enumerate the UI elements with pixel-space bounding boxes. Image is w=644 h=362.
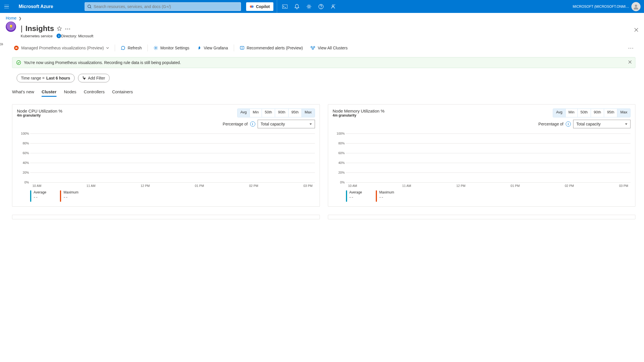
tab-whats-new[interactable]: What's new (12, 88, 34, 97)
info-banner-text: You're now using Prometheus visualizatio… (24, 60, 181, 65)
legend-avg-label: Average (34, 190, 46, 194)
stat-seg-90th[interactable]: 90th (591, 109, 604, 117)
legend-max-label: Maximum (379, 190, 394, 194)
stat-seg-95th[interactable]: 95th (289, 109, 302, 117)
feedback-icon (330, 4, 336, 9)
feedback-button[interactable] (327, 0, 339, 13)
stat-seg-95th[interactable]: 95th (604, 109, 617, 117)
alerts-button[interactable]: Recommended alerts (Preview) (238, 46, 305, 50)
stat-seg-min[interactable]: Min (566, 109, 578, 117)
alert-icon (240, 46, 244, 50)
x-axis-label: 12 PM (141, 184, 150, 187)
y-axis-label: 100% (333, 132, 345, 135)
insights-icon: 💡 (6, 22, 16, 32)
tabs: What's new Cluster Nodes Controllers Con… (12, 88, 635, 97)
expand-sidebar-button[interactable] (0, 43, 12, 46)
svg-point-8 (635, 5, 637, 7)
breadcrumb-home[interactable]: Home (6, 16, 16, 20)
legend-max-value: -- (379, 194, 394, 200)
stat-seg-max[interactable]: Max (302, 109, 315, 117)
chart-memory[interactable]: 100%80%60%40%20%0% 10 AM11 AM12 PM01 PM0… (333, 133, 631, 202)
percentage-of-label: Percentage of (538, 122, 563, 126)
svg-point-15 (312, 48, 314, 50)
add-filter-button[interactable]: Add Filter (78, 74, 110, 82)
hamburger-menu[interactable] (0, 0, 13, 13)
notifications-button[interactable] (291, 0, 303, 13)
y-axis-label: 80% (17, 142, 29, 145)
card-memory-sub: 4m granularity (333, 113, 385, 117)
page-title: | Insights ⋯ (21, 24, 630, 33)
stat-seg-50th[interactable]: 50th (578, 109, 591, 117)
y-axis-label: 60% (333, 151, 345, 155)
stat-toggle-cpu: AvgMin50th90th95thMax (237, 109, 315, 117)
stat-seg-90th[interactable]: 90th (275, 109, 288, 117)
capacity-select-cpu[interactable]: Total capacity (258, 120, 315, 128)
refresh-button[interactable]: Refresh (119, 46, 143, 50)
stat-seg-50th[interactable]: 50th (262, 109, 275, 117)
y-axis-label: 40% (333, 161, 345, 164)
legend-avg-value: -- (349, 194, 362, 200)
account-tenant-label[interactable]: MICROSOFT (MICROSOFT.ONMI… (573, 5, 629, 9)
svg-point-13 (311, 47, 312, 48)
legend-max-label: Maximum (63, 190, 78, 194)
chevron-double-right-icon (0, 43, 3, 46)
copilot-label: Copilot (256, 4, 270, 9)
info-icon[interactable]: i (57, 34, 61, 38)
stat-seg-min[interactable]: Min (250, 109, 262, 117)
info-icon[interactable]: i (250, 121, 255, 127)
x-axis-label: 02 PM (565, 184, 574, 187)
tab-cluster[interactable]: Cluster (42, 88, 57, 97)
breadcrumb: Home ❯ (0, 13, 644, 20)
close-blade-button[interactable] (634, 28, 638, 32)
y-axis-label: 20% (333, 171, 345, 174)
more-dots-title[interactable]: ⋯ (65, 28, 71, 30)
time-range-filter[interactable]: Time range = Last 6 hours (17, 74, 75, 82)
x-axis-label: 10 AM (348, 184, 357, 187)
tab-controllers[interactable]: Controllers (84, 88, 105, 97)
tab-nodes[interactable]: Nodes (64, 88, 76, 97)
stat-seg-max[interactable]: Max (617, 109, 630, 117)
svg-point-2 (251, 5, 254, 8)
menu-icon (4, 5, 9, 8)
svg-point-14 (313, 47, 315, 48)
view-all-clusters-button[interactable]: View All Clusters (309, 46, 349, 50)
info-icon[interactable]: i (566, 121, 571, 127)
cloud-shell-button[interactable] (279, 0, 291, 13)
capacity-select-memory[interactable]: Total capacity (573, 120, 631, 128)
person-icon (633, 4, 639, 9)
toolbar-overflow[interactable]: ⋯ (628, 44, 635, 51)
refresh-icon (121, 46, 125, 50)
viz-mode-dropdown[interactable]: Managed Prometheus visualizations (Previ… (12, 45, 111, 51)
help-button[interactable] (315, 0, 327, 13)
percentage-of-label: Percentage of (223, 122, 248, 126)
clusters-icon (310, 46, 316, 50)
legend-swatch-avg (30, 190, 31, 202)
x-axis-label: 11 AM (402, 184, 411, 187)
svg-point-6 (321, 7, 321, 8)
y-axis-label: 80% (333, 142, 345, 145)
tab-containers[interactable]: Containers (112, 88, 133, 97)
cloud-shell-icon (282, 5, 287, 9)
global-search-input[interactable] (85, 2, 241, 11)
y-axis-label: 60% (17, 151, 29, 155)
card-placeholder-1 (12, 215, 320, 219)
favorite-button[interactable] (57, 26, 62, 31)
x-axis-label: 01 PM (195, 184, 204, 187)
stat-seg-avg[interactable]: Avg (553, 109, 565, 117)
x-axis-label: 11 AM (87, 184, 96, 187)
prometheus-icon (14, 45, 19, 51)
view-grafana-button[interactable]: View Grafana (195, 46, 230, 50)
svg-point-4 (308, 6, 310, 7)
chart-cpu[interactable]: 100%80%60%40%20%0% 10 AM11 AM12 PM01 PM0… (17, 133, 315, 202)
svg-point-10 (155, 47, 156, 49)
brand-logo[interactable]: Microsoft Azure (19, 4, 53, 9)
settings-button[interactable] (303, 0, 315, 13)
monitor-settings-button[interactable]: Monitor Settings (152, 46, 191, 50)
global-top-bar: Microsoft Azure Copilot MICROSOFT (MICRO… (0, 0, 644, 13)
avatar[interactable] (631, 2, 641, 11)
y-axis-label: 20% (17, 171, 29, 174)
banner-close-button[interactable] (628, 60, 632, 64)
copilot-button[interactable]: Copilot (246, 2, 273, 11)
success-icon (16, 60, 21, 65)
stat-seg-avg[interactable]: Avg (238, 109, 250, 117)
